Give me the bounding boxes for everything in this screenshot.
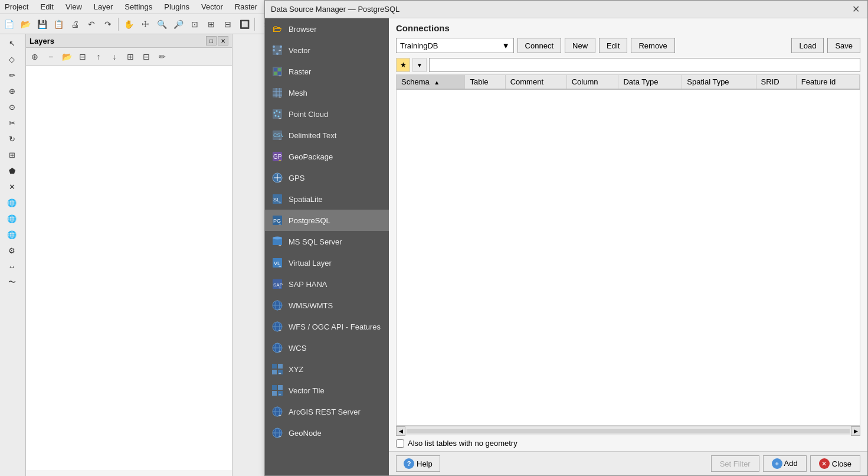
- also-list-checkbox[interactable]: [396, 439, 404, 448]
- select-tool[interactable]: ↖: [1, 35, 22, 51]
- arrow-tool[interactable]: ↔: [1, 259, 22, 274]
- globe-tool[interactable]: 🌐: [1, 195, 22, 210]
- sidebar-item-postgresql[interactable]: PG+ PostgreSQL: [265, 210, 389, 231]
- sidebar-item-browser[interactable]: 🗁 Browser: [265, 18, 389, 40]
- sidebar-item-gps[interactable]: + GPS: [265, 167, 389, 188]
- layers-move-up-btn[interactable]: ↑: [91, 49, 106, 64]
- new-project-btn[interactable]: 📄: [1, 17, 17, 32]
- save-button[interactable]: Save: [827, 38, 860, 53]
- zoom-out-btn[interactable]: 🔎: [171, 17, 186, 32]
- add-button[interactable]: + Add: [763, 455, 807, 472]
- load-button[interactable]: Load: [791, 38, 824, 53]
- zoom-full-btn[interactable]: ⊞: [204, 17, 219, 32]
- connection-dropdown-value: TrainingDB: [400, 41, 438, 50]
- digitize-tool[interactable]: ✏: [1, 67, 22, 83]
- new-button[interactable]: New: [565, 38, 595, 53]
- delete-tool[interactable]: ✕: [1, 179, 22, 194]
- pan-btn[interactable]: ✋: [121, 17, 136, 32]
- print-btn[interactable]: 🖨: [67, 17, 83, 32]
- menu-layer[interactable]: Layer: [91, 1, 116, 12]
- menu-edit[interactable]: Edit: [38, 1, 55, 12]
- save-as-btn[interactable]: 📋: [51, 17, 66, 32]
- sidebar-item-saphana[interactable]: SAP+ SAP HANA: [265, 273, 389, 295]
- sidebar-item-arcgis[interactable]: + ArcGIS REST Server: [265, 401, 389, 422]
- help-button[interactable]: ? Help: [396, 455, 440, 472]
- split-tool[interactable]: ✂: [1, 115, 22, 131]
- layers-move-dn-btn[interactable]: ↓: [107, 49, 122, 64]
- col-srid[interactable]: SRID: [756, 75, 796, 89]
- sidebar-item-mesh[interactable]: + Mesh: [265, 82, 389, 103]
- set-filter-button[interactable]: Set Filter: [711, 455, 759, 472]
- sidebar-item-geopackage[interactable]: GP+ GeoPackage: [265, 146, 389, 167]
- sidebar-item-geonode[interactable]: + GeoNode: [265, 422, 389, 444]
- col-comment[interactable]: Comment: [505, 75, 566, 89]
- col-datatype[interactable]: Data Type: [618, 75, 682, 89]
- sidebar-item-wcs[interactable]: + WCS: [265, 337, 389, 358]
- sidebar-item-vectortile[interactable]: + Vector Tile: [265, 380, 389, 401]
- search-input[interactable]: [429, 58, 860, 72]
- globe3-tool[interactable]: 🌐: [1, 227, 22, 242]
- menu-settings[interactable]: Settings: [122, 1, 155, 12]
- sidebar-item-delimited[interactable]: CSV+ Delimited Text: [265, 125, 389, 146]
- col-featureid[interactable]: Feature id: [796, 75, 859, 89]
- sidebar-item-raster[interactable]: + Raster: [265, 61, 389, 82]
- sidebar-item-vector[interactable]: + Vector: [265, 40, 389, 61]
- layers-open-btn[interactable]: 📂: [59, 49, 74, 64]
- layers-close-btn[interactable]: ✕: [218, 36, 228, 45]
- zoom-in-btn[interactable]: 🔍: [154, 17, 169, 32]
- zoom-sel-btn[interactable]: 🔲: [237, 17, 252, 32]
- sidebar-item-wfs[interactable]: + WFS / OGC API - Features: [265, 316, 389, 337]
- menu-vector[interactable]: Vector: [199, 1, 225, 12]
- pan2-btn[interactable]: ☩: [137, 17, 153, 32]
- col-spatialtype[interactable]: Spatial Type: [682, 75, 756, 89]
- sidebar-item-mssql[interactable]: + MS SQL Server: [265, 231, 389, 252]
- horizontal-scrollbar[interactable]: ◀ ▶: [396, 426, 860, 435]
- close-action-button[interactable]: ✕ Close: [810, 455, 860, 472]
- col-table[interactable]: Table: [465, 75, 505, 89]
- sidebar-item-pointcloud[interactable]: + Point Cloud: [265, 103, 389, 125]
- edit-vertex-tool[interactable]: ◇: [1, 51, 22, 67]
- globe2-tool[interactable]: 🌐: [1, 211, 22, 226]
- scroll-track[interactable]: [407, 429, 850, 433]
- zoom-rubber-btn[interactable]: ⊡: [187, 17, 202, 32]
- col-column[interactable]: Column: [566, 75, 618, 89]
- rotate-tool[interactable]: ↻: [1, 131, 22, 146]
- filter-icon-btn[interactable]: ★: [396, 58, 410, 72]
- save-project-btn[interactable]: 💾: [34, 17, 50, 32]
- layers-add-btn[interactable]: ⊕: [27, 49, 42, 64]
- layers-filter-btn[interactable]: ⊟: [75, 49, 90, 64]
- menu-raster[interactable]: Raster: [232, 1, 260, 12]
- gear-tool[interactable]: ⚙: [1, 243, 22, 258]
- col-schema[interactable]: Schema ▲: [397, 75, 465, 89]
- sidebar-item-virtual[interactable]: VL+ Virtual Layer: [265, 252, 389, 273]
- connect-button[interactable]: Connect: [517, 38, 561, 53]
- redo-btn[interactable]: ↷: [100, 17, 116, 32]
- connection-dropdown[interactable]: TrainingDB ▼: [396, 38, 514, 53]
- menu-view[interactable]: View: [63, 1, 84, 12]
- scroll-left-btn[interactable]: ◀: [396, 426, 405, 436]
- remove-button[interactable]: Remove: [631, 38, 674, 53]
- add-feature-tool[interactable]: ⊕: [1, 83, 22, 99]
- table-container[interactable]: Schema ▲ Table Comment Col: [396, 74, 860, 426]
- open-project-btn[interactable]: 📂: [18, 17, 33, 32]
- edit-button[interactable]: Edit: [599, 38, 627, 53]
- scale-tool[interactable]: ⊞: [1, 147, 22, 162]
- undo-btn[interactable]: ↶: [84, 17, 99, 32]
- sidebar-item-xyz[interactable]: + XYZ: [265, 358, 389, 380]
- layers-edit-btn[interactable]: ✏: [155, 49, 170, 64]
- node-tool[interactable]: ⊙: [1, 99, 22, 115]
- scroll-right-btn[interactable]: ▶: [851, 426, 860, 436]
- dropdown-filter-btn[interactable]: ▼: [412, 58, 427, 72]
- dialog-close-button[interactable]: ✕: [850, 4, 862, 15]
- wave-tool[interactable]: 〜: [1, 275, 22, 290]
- sidebar-item-wmswmts[interactable]: + WMS/WMTS: [265, 295, 389, 316]
- layers-float-btn[interactable]: □: [206, 36, 217, 45]
- layers-collapse-btn[interactable]: ⊟: [139, 49, 154, 64]
- menu-plugins[interactable]: Plugins: [162, 1, 192, 12]
- sidebar-item-spatialite[interactable]: SL+ SpatiaLite: [265, 188, 389, 210]
- zoom-layer-btn[interactable]: ⊟: [220, 17, 235, 32]
- layers-expand-btn[interactable]: ⊞: [123, 49, 138, 64]
- layers-remove-btn[interactable]: −: [43, 49, 58, 64]
- fill-tool[interactable]: ⬟: [1, 163, 22, 178]
- menu-project[interactable]: Project: [2, 1, 31, 12]
